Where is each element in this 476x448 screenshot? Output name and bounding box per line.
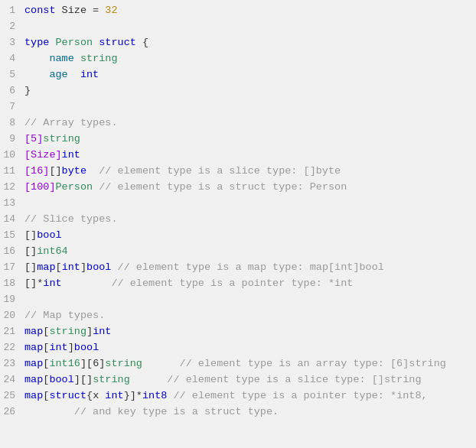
code-line: 4 name string bbox=[0, 51, 476, 67]
token-plain: ] bbox=[68, 342, 74, 353]
line-number: 6 bbox=[0, 83, 24, 99]
code-line: 17[]map[int]bool // element type is a ma… bbox=[0, 260, 476, 276]
token-plain: ] bbox=[80, 261, 86, 273]
line-number: 24 bbox=[0, 372, 24, 388]
code-line: 1const Size = 32 bbox=[0, 3, 476, 19]
line-number: 21 bbox=[0, 324, 24, 339]
token-kw: int bbox=[43, 278, 61, 289]
token-plain: } bbox=[24, 85, 31, 96]
code-line: 7 bbox=[0, 99, 476, 115]
code-line: 15[]bool bbox=[0, 228, 476, 244]
line-content: // Slice types. bbox=[24, 212, 476, 228]
token-comment: // element type is a map type: map[int]b… bbox=[118, 261, 384, 273]
token-plain: [] bbox=[24, 261, 37, 273]
token-plain: ][] bbox=[74, 374, 93, 385]
code-line: 8// Array types. bbox=[0, 115, 476, 131]
token-plain bbox=[49, 37, 55, 48]
token-id-green: string bbox=[80, 53, 118, 64]
line-content: [16][]byte // element type is a slice ty… bbox=[24, 164, 476, 180]
code-container: 1const Size = 322 3type Person struct {4… bbox=[0, 0, 476, 448]
line-content: []bool bbox=[24, 228, 476, 244]
token-id-green: string bbox=[105, 358, 142, 369]
token-kw: int bbox=[105, 390, 123, 401]
token-plain: { bbox=[136, 37, 148, 48]
token-map-kw: map bbox=[24, 342, 43, 353]
line-number: 15 bbox=[0, 228, 24, 243]
token-plain bbox=[24, 406, 74, 417]
line-content: } bbox=[24, 83, 476, 99]
code-line: 26 // and key type is a struct type. bbox=[0, 404, 476, 420]
token-plain: ] bbox=[86, 326, 93, 337]
token-comment: // Slice types. bbox=[24, 213, 118, 225]
line-number: 17 bbox=[0, 260, 24, 275]
token-plain bbox=[130, 374, 168, 385]
token-kw: struct bbox=[49, 390, 86, 401]
line-number: 19 bbox=[0, 292, 24, 307]
token-plain: [] bbox=[24, 245, 37, 257]
line-content: // Map types. bbox=[24, 308, 476, 324]
line-number: 4 bbox=[0, 51, 24, 67]
token-id-green: Person bbox=[56, 181, 93, 193]
code-line: 20// Map types. bbox=[0, 308, 476, 324]
line-content: age int bbox=[24, 67, 476, 83]
line-content: map[int16][6]string // element type is a… bbox=[24, 356, 476, 372]
line-content bbox=[24, 292, 476, 308]
line-content bbox=[24, 19, 476, 35]
line-number: 23 bbox=[0, 356, 24, 372]
code-line: 6} bbox=[0, 83, 476, 99]
token-bracket-purple: [100] bbox=[24, 181, 56, 193]
token-map-kw: map bbox=[37, 261, 55, 273]
token-comment: // and key type is a struct type. bbox=[74, 406, 279, 417]
token-comment: // element type is a pointer type: *int bbox=[111, 278, 353, 289]
code-line: 16[]int64 bbox=[0, 244, 476, 260]
token-kw: int bbox=[62, 149, 80, 161]
line-content bbox=[24, 196, 476, 212]
token-comment: // element type is a struct type: Person bbox=[99, 181, 347, 193]
line-number: 5 bbox=[0, 67, 24, 83]
token-comment: // element type is an array type: [6]str… bbox=[180, 358, 446, 369]
token-id-green: string bbox=[43, 133, 80, 144]
line-number: 7 bbox=[0, 99, 24, 115]
line-content: map[bool][]string // element type is a s… bbox=[24, 372, 476, 388]
line-content: // and key type is a struct type. bbox=[24, 404, 476, 420]
line-number: 22 bbox=[0, 340, 24, 355]
token-plain: []* bbox=[24, 278, 43, 289]
token-plain bbox=[68, 69, 80, 80]
code-line: 11[16][]byte // element type is a slice … bbox=[0, 164, 476, 180]
token-plain: {x bbox=[86, 390, 105, 401]
token-id-green: string bbox=[49, 326, 86, 337]
code-line: 13 bbox=[0, 196, 476, 212]
token-bracket-purple: [Size] bbox=[24, 149, 62, 161]
token-kw: int bbox=[49, 342, 67, 353]
token-kw: int bbox=[80, 69, 99, 80]
token-plain bbox=[74, 53, 80, 64]
token-kw: type bbox=[24, 37, 49, 48]
token-kw: int8 bbox=[142, 390, 167, 401]
line-number: 10 bbox=[0, 148, 24, 163]
line-number: 12 bbox=[0, 180, 24, 195]
line-number: 8 bbox=[0, 115, 24, 131]
line-number: 14 bbox=[0, 212, 24, 227]
token-plain bbox=[142, 358, 180, 369]
token-kw: const bbox=[24, 5, 56, 16]
token-plain: [ bbox=[56, 261, 62, 273]
code-line: 14// Slice types. bbox=[0, 212, 476, 228]
code-line: 9[5]string bbox=[0, 131, 476, 148]
token-comment: // element type is a slice type: []strin… bbox=[167, 374, 421, 385]
code-line: 12[100]Person // element type is a struc… bbox=[0, 180, 476, 196]
line-number: 11 bbox=[0, 164, 24, 179]
token-kw: int bbox=[93, 326, 111, 337]
code-line: 19 bbox=[0, 292, 476, 308]
token-plain: Size = bbox=[56, 5, 106, 16]
line-content bbox=[24, 99, 476, 115]
line-content: [5]string bbox=[24, 131, 476, 148]
code-line: 10[Size]int bbox=[0, 148, 476, 164]
token-kw: bool bbox=[86, 261, 111, 273]
token-id-green: string bbox=[93, 374, 130, 385]
token-comment: // element type is a slice type: []byte bbox=[99, 165, 341, 177]
token-bracket-purple: [16] bbox=[24, 165, 49, 177]
code-line: 23map[int16][6]string // element type is… bbox=[0, 356, 476, 372]
token-id-green: Person bbox=[56, 37, 93, 48]
line-number: 13 bbox=[0, 196, 24, 211]
token-map-kw: map bbox=[24, 326, 43, 337]
